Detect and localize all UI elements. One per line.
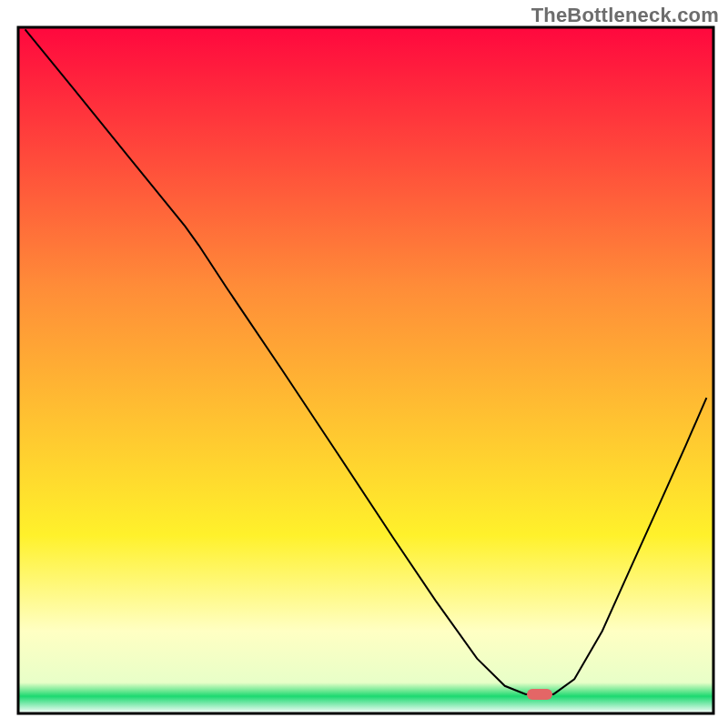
plot-area — [18, 27, 713, 713]
optimal-marker — [527, 689, 552, 700]
chart-container: TheBottleneck.com — [0, 0, 728, 728]
bottleneck-chart — [0, 0, 728, 728]
watermark: TheBottleneck.com — [531, 4, 719, 27]
